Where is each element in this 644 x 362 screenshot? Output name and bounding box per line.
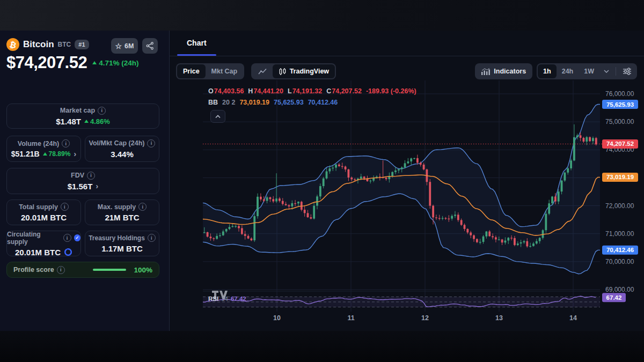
- info-icon[interactable]: [57, 266, 65, 274]
- candlestick-icon: [279, 68, 287, 76]
- volume-value: $51.21B: [11, 150, 40, 158]
- bb-label: BB: [208, 99, 218, 106]
- profile-score-label: Profile score: [13, 266, 54, 274]
- info-icon[interactable]: [61, 203, 69, 211]
- bitcoin-coin-page: Bitcoin BTC #1 6M $74,207.52 4.71% (24h): [0, 0, 644, 362]
- volume-change: 78.89%: [49, 150, 71, 158]
- high-value: 74,441.20: [253, 87, 283, 95]
- info-icon[interactable]: [148, 234, 156, 242]
- timeframe-1w[interactable]: 1W: [579, 64, 599, 78]
- close-value: 74,207.52: [332, 87, 362, 95]
- svg-text:10: 10: [273, 314, 281, 322]
- circulating-supply-label: Circulating supply: [7, 231, 61, 246]
- price-change-value: 4.71% (24h): [99, 59, 138, 67]
- watchlist-count: 6M: [125, 42, 134, 50]
- info-icon[interactable]: [87, 172, 95, 180]
- ohlc-change: -189.93 (-0.26%): [366, 87, 416, 95]
- verified-check-icon: [74, 234, 80, 241]
- price-row: $74,207.52 4.71% (24h): [6, 53, 138, 72]
- treasury-label: Treasury Holdings: [89, 234, 145, 242]
- fdv-label: FDV: [71, 172, 84, 179]
- rsi-label: RSI: [208, 295, 218, 302]
- toggle-mktcap[interactable]: Mkt Cap: [206, 64, 244, 78]
- up-arrow-icon: [43, 152, 47, 156]
- info-icon[interactable]: [138, 203, 147, 211]
- tradingview-toggle[interactable]: TradingView: [273, 64, 335, 78]
- coin-rank-badge: #1: [75, 40, 89, 49]
- page-bottom-bar: [0, 331, 644, 362]
- info-icon[interactable]: [63, 234, 71, 242]
- fdv-card: FDV $1.56T: [6, 168, 159, 194]
- up-arrow-icon: [92, 61, 97, 64]
- tradingview-label: TradingView: [290, 68, 329, 75]
- open-value: 74,403.56: [214, 87, 244, 95]
- low-label: L: [288, 87, 292, 95]
- svg-text:75,625.93: 75,625.93: [606, 101, 634, 108]
- watchlist-button[interactable]: 6M: [111, 38, 138, 54]
- supply-progress-ring-icon: [64, 248, 72, 256]
- vol-mktcap-value: 3.44%: [111, 150, 134, 159]
- profile-score-value: 100%: [134, 266, 152, 274]
- svg-text:11: 11: [347, 314, 354, 322]
- toolbar-divider: [616, 67, 616, 76]
- svg-text:75,000.00: 75,000.00: [605, 118, 634, 125]
- profile-score-bar: [93, 269, 126, 271]
- chart-settings-button[interactable]: [618, 64, 636, 78]
- info-icon[interactable]: [147, 139, 155, 147]
- fdv-detail-chevron-icon[interactable]: [96, 183, 98, 189]
- timeframe-24h[interactable]: 24h: [557, 64, 579, 78]
- bb-params: 20 2: [222, 99, 235, 106]
- timeframe-1h[interactable]: 1h: [538, 64, 557, 78]
- chart-legend: O74,403.56 H74,441.20 L74,191.32 C74,207…: [208, 87, 416, 110]
- market-cap-card: Market cap $1.48T 4.86%: [6, 104, 159, 129]
- open-label: O: [208, 87, 214, 95]
- ohlc-row: O74,403.56 H74,441.20 L74,191.32 C74,207…: [208, 87, 416, 95]
- treasury-value: 1.17M BTC: [101, 244, 143, 253]
- total-supply-label: Total supply: [19, 203, 58, 211]
- indicators-button[interactable]: Indicators: [475, 63, 532, 79]
- share-icon: [146, 42, 154, 50]
- coin-price: $74,207.52: [6, 53, 87, 72]
- market-cap-change: 4.86%: [90, 117, 110, 125]
- stats-cards: Market cap $1.48T 4.86% Volume (24h): [6, 104, 159, 278]
- svg-text:74,207.52: 74,207.52: [606, 141, 634, 147]
- legend-collapse-button[interactable]: [210, 110, 225, 123]
- info-icon[interactable]: [98, 107, 106, 115]
- line-chart-toggle[interactable]: [252, 64, 273, 78]
- vol-mktcap-label: Vol/Mkt Cap (24h): [89, 139, 145, 147]
- svg-text:13: 13: [495, 314, 503, 322]
- bb-upper-value: 75,625.93: [274, 99, 304, 106]
- timeframe-more-button[interactable]: [599, 64, 613, 78]
- toolbar-right: Indicators 1h 24h 1W: [475, 63, 637, 79]
- fdv-value: $1.56T: [68, 182, 93, 191]
- max-supply-value: 21M BTC: [105, 213, 139, 222]
- rsi-legend: RSI 14 67.42: [208, 295, 246, 302]
- indicators-label: Indicators: [494, 68, 526, 75]
- volume-card: Volume (24h) $51.21B 78.89%: [6, 136, 81, 162]
- svg-text:14: 14: [569, 314, 577, 322]
- info-icon[interactable]: [62, 139, 70, 147]
- share-button[interactable]: [142, 38, 158, 54]
- svg-text:72,000.00: 72,000.00: [605, 202, 634, 210]
- low-value: 74,191.32: [292, 87, 323, 95]
- svg-text:70,000.00: 70,000.00: [605, 258, 634, 265]
- sliders-icon: [623, 68, 632, 75]
- volume-detail-chevron-icon[interactable]: [74, 151, 76, 157]
- price-change: 4.71% (24h): [92, 59, 138, 67]
- circulating-supply-value: 20.01M BTC: [15, 248, 61, 257]
- profile-score-card: Profile score 100%: [6, 262, 159, 278]
- chart-panel: Chart Price Mkt Cap: [170, 31, 644, 331]
- bb-mid-value: 73,019.19: [239, 99, 269, 106]
- bb-lower-value: 70,412.46: [308, 99, 338, 106]
- total-supply-value: 20.01M BTC: [21, 213, 67, 222]
- close-label: C: [326, 87, 331, 95]
- max-supply-card: Max. supply 21M BTC: [85, 200, 159, 225]
- svg-text:67.42: 67.42: [606, 294, 622, 301]
- svg-text:71,000.00: 71,000.00: [605, 230, 634, 238]
- treasury-card: Treasury Holdings 1.17M BTC: [85, 231, 159, 256]
- svg-text:76,000.00: 76,000.00: [605, 90, 634, 98]
- chart-toolbar: Price Mkt Cap: [176, 63, 637, 79]
- toggle-price[interactable]: Price: [177, 64, 206, 78]
- price-mktcap-toggle: Price Mkt Cap: [176, 63, 244, 79]
- bb-row: BB 20 2 73,019.19 75,625.93 70,412.46: [208, 99, 416, 106]
